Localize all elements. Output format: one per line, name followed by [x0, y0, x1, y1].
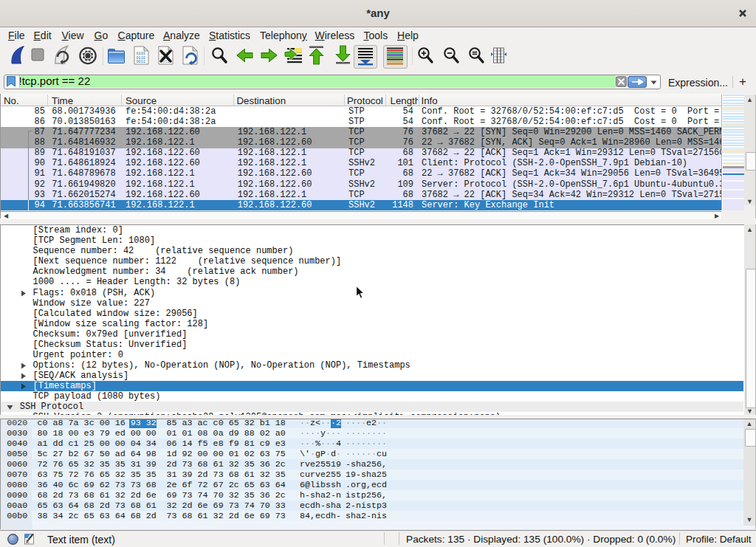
svg-text:0011: 0011 [137, 60, 145, 64]
